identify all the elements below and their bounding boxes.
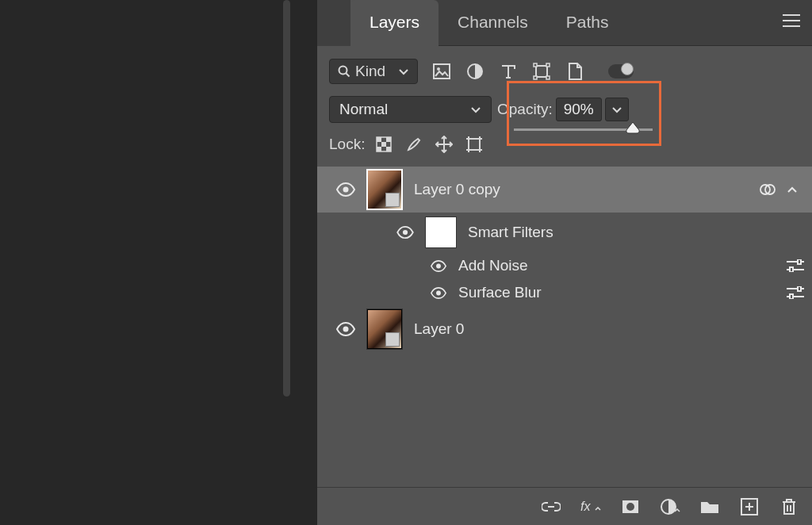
panel-tabs: Layers Channels Paths <box>317 0 812 46</box>
opacity-slider[interactable] <box>514 122 653 138</box>
visibility-toggle[interactable] <box>392 226 419 239</box>
svg-rect-22 <box>790 267 793 272</box>
layer-mask-icon[interactable] <box>620 496 641 517</box>
svg-rect-11 <box>386 137 391 142</box>
filter-shape-icon[interactable] <box>532 62 551 81</box>
layer-thumbnail[interactable] <box>366 169 403 210</box>
opacity-slider-thumb[interactable] <box>626 122 640 134</box>
smart-filters-label: Smart Filters <box>468 224 804 241</box>
tab-layers[interactable]: Layers <box>350 0 439 46</box>
collapse-toggle[interactable] <box>787 184 798 195</box>
svg-rect-13 <box>377 147 381 151</box>
svg-rect-6 <box>546 63 550 67</box>
filter-name: Surface Blur <box>458 284 787 301</box>
chevron-down-icon <box>398 66 409 77</box>
panel-menu-icon[interactable] <box>783 14 800 27</box>
delete-layer-icon[interactable] <box>779 496 799 517</box>
svg-rect-4 <box>536 66 547 77</box>
filter-type-icon[interactable] <box>499 62 518 81</box>
lock-position-icon[interactable] <box>435 135 454 154</box>
layer-name: Layer 0 copy <box>414 181 760 198</box>
opacity-dropdown-toggle[interactable] <box>605 98 629 121</box>
svg-rect-7 <box>534 76 537 79</box>
chevron-down-icon <box>470 104 481 115</box>
svg-text:fx: fx <box>580 500 591 513</box>
layer-filter-dropdown[interactable]: Kind <box>329 59 418 84</box>
opacity-input[interactable]: 90% <box>556 98 602 121</box>
svg-rect-15 <box>469 139 480 150</box>
filter-toggle[interactable] <box>608 64 634 79</box>
layer-thumbnail[interactable] <box>366 308 403 350</box>
layers-footer: fx <box>317 487 812 525</box>
layer-style-icon[interactable]: fx <box>580 496 601 517</box>
svg-rect-24 <box>798 286 801 291</box>
svg-point-2 <box>437 67 440 71</box>
svg-rect-10 <box>377 137 381 142</box>
filter-row: Kind <box>317 54 812 89</box>
filter-dropdown-label: Kind <box>355 63 398 80</box>
filter-smartobject-icon[interactable] <box>565 62 584 81</box>
tab-paths[interactable]: Paths <box>547 0 628 46</box>
svg-point-19 <box>403 230 408 235</box>
opacity-label: Opacity: <box>497 101 553 118</box>
visibility-toggle[interactable] <box>427 287 450 299</box>
svg-rect-25 <box>790 294 793 299</box>
svg-rect-12 <box>381 142 386 147</box>
smart-filter-mask[interactable] <box>425 217 457 248</box>
layer-row-layer0[interactable]: Layer 0 <box>317 306 812 352</box>
smart-filters-row[interactable]: Smart Filters <box>317 213 812 252</box>
visibility-toggle[interactable] <box>328 322 363 336</box>
lock-artboard-icon[interactable] <box>465 135 484 154</box>
group-icon[interactable] <box>699 496 720 517</box>
svg-point-0 <box>339 67 347 75</box>
visibility-toggle[interactable] <box>328 182 363 197</box>
svg-rect-5 <box>534 63 537 67</box>
filter-adjustment-icon[interactable] <box>465 62 485 81</box>
lock-label: Lock: <box>329 136 365 153</box>
filter-blend-options-icon[interactable] <box>787 286 804 299</box>
layer-name: Layer 0 <box>414 320 804 338</box>
search-icon <box>338 65 350 78</box>
svg-point-26 <box>343 327 349 332</box>
canvas-scrollbar[interactable] <box>283 0 290 397</box>
lock-pixels-icon[interactable] <box>404 135 423 154</box>
lock-transparency-icon[interactable] <box>374 135 393 154</box>
layers-list: Layer 0 copy Smart Filters Add Noise Sur… <box>317 167 812 352</box>
blend-mode-dropdown[interactable]: Normal <box>329 96 492 123</box>
svg-point-16 <box>343 187 349 193</box>
svg-rect-14 <box>386 147 391 151</box>
filter-blend-options-icon[interactable] <box>787 259 804 272</box>
svg-rect-8 <box>546 76 550 79</box>
link-layers-icon[interactable] <box>541 496 561 517</box>
svg-point-23 <box>436 290 441 295</box>
filter-name: Add Noise <box>458 257 787 274</box>
svg-rect-21 <box>798 259 801 264</box>
filter-row-addnoise[interactable]: Add Noise <box>317 252 812 279</box>
layer-row-layer0copy[interactable]: Layer 0 copy <box>317 167 812 213</box>
filter-pixel-icon[interactable] <box>432 62 451 81</box>
svg-point-20 <box>436 263 441 268</box>
layers-panel: Layers Channels Paths Kind Normal Opacit… <box>317 0 812 525</box>
adjustment-layer-icon[interactable] <box>660 496 680 517</box>
svg-point-29 <box>626 503 634 511</box>
canvas-area[interactable] <box>0 0 285 515</box>
blend-mode-label: Normal <box>339 101 470 118</box>
filter-row-surfaceblur[interactable]: Surface Blur <box>317 279 812 306</box>
smartobject-badge-icon <box>760 182 776 197</box>
visibility-toggle[interactable] <box>427 260 450 272</box>
new-layer-icon[interactable] <box>739 496 760 517</box>
tab-channels[interactable]: Channels <box>439 0 547 46</box>
chevron-down-icon <box>611 104 622 115</box>
